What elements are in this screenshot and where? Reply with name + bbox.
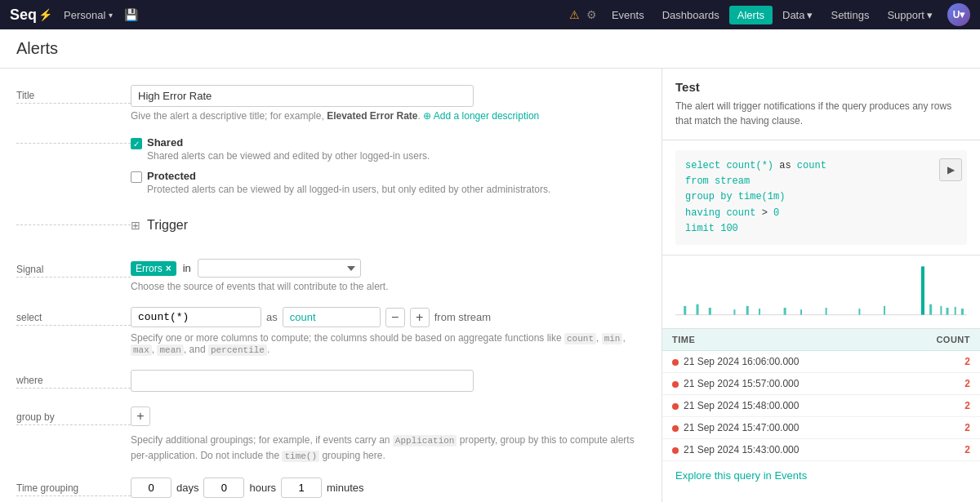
remove-column-button[interactable]: − xyxy=(385,308,405,327)
right-panel: Test The alert will trigger notification… xyxy=(662,69,980,502)
add-description-link[interactable]: ⊕ Add a longer description xyxy=(423,110,539,122)
nav-support[interactable]: Support ▾ xyxy=(879,6,941,24)
nav-dashboards[interactable]: Dashboards xyxy=(654,6,728,24)
svg-rect-11 xyxy=(884,306,885,315)
from-label: from stream xyxy=(434,311,491,323)
svg-rect-6 xyxy=(759,309,760,315)
trigger-spacer xyxy=(16,218,131,225)
page-title: Alerts xyxy=(16,39,964,58)
title-input[interactable] xyxy=(131,85,474,107)
test-description: The alert will trigger notifications if … xyxy=(675,99,967,128)
title-label: Title xyxy=(16,85,131,104)
signal-row: Signal Errors × in Choose the source of … xyxy=(16,259,645,292)
time-minutes-input[interactable] xyxy=(281,478,322,498)
nav-settings[interactable]: Settings xyxy=(822,6,877,24)
time-hours-input[interactable] xyxy=(203,478,244,498)
group-by-content: + Specify additional groupings; for exam… xyxy=(131,406,645,463)
title-hint: Give the alert a descriptive title; for … xyxy=(131,110,645,122)
svg-rect-4 xyxy=(733,309,735,314)
time-grouping-content: days hours minutes The interval that the… xyxy=(131,478,645,502)
hint-percentile: percentile xyxy=(208,344,267,356)
time-days-input[interactable] xyxy=(131,478,172,498)
status-dot xyxy=(672,403,679,410)
shared-checkbox[interactable] xyxy=(131,138,142,149)
cell-time: 21 Sep 2024 15:47:00.000 xyxy=(662,416,895,438)
trigger-header: ⊞ Trigger xyxy=(131,218,645,233)
hint-count: count xyxy=(564,333,596,344)
table-row: 21 Sep 2024 16:06:00.000 2 xyxy=(662,350,980,372)
run-query-button[interactable]: ▶ xyxy=(939,158,962,181)
avatar[interactable]: U ▾ xyxy=(947,3,970,26)
signal-in-label: in xyxy=(183,262,191,274)
title-hint-example: Elevated Error Rate xyxy=(327,110,417,122)
shared-desc: Shared alerts can be viewed and edited b… xyxy=(147,150,430,162)
nav-alerts[interactable]: Alerts xyxy=(729,6,773,24)
add-grouping-button[interactable]: + xyxy=(131,406,150,426)
signal-dropdown[interactable] xyxy=(198,259,361,278)
status-dot xyxy=(672,359,679,366)
status-dot xyxy=(672,381,679,388)
time-grouping-row: Time grouping days hours minutes The int… xyxy=(16,478,645,502)
results-table: TIME COUNT 21 Sep 2024 16:06:00.000 2 21… xyxy=(662,329,980,461)
signal-tag-remove[interactable]: × xyxy=(166,263,172,274)
svg-rect-12 xyxy=(921,266,924,314)
select-alias-input[interactable] xyxy=(283,307,381,327)
svg-rect-10 xyxy=(858,309,860,315)
add-column-button[interactable]: + xyxy=(410,308,430,327)
cell-time: 21 Sep 2024 15:43:00.000 xyxy=(662,438,895,460)
svg-rect-2 xyxy=(697,304,699,315)
select-hint: Specify one or more columns to compute; … xyxy=(131,332,645,355)
test-title: Test xyxy=(675,80,967,94)
hint-max: max xyxy=(131,344,152,356)
query-line-4: having count > 0 xyxy=(685,206,957,221)
table-row: 21 Sep 2024 15:57:00.000 2 xyxy=(662,372,980,394)
signal-label: Signal xyxy=(16,259,131,278)
top-nav: Seq⚡ Personal ▾ 💾 ⚠ ⚙ Events Dashboards … xyxy=(0,0,980,29)
app-logo: Seq⚡ xyxy=(10,7,52,24)
cog-icon[interactable]: ⚙ xyxy=(586,8,597,21)
hint-application: Application xyxy=(393,435,457,446)
signal-tag-label: Errors xyxy=(136,263,163,274)
workspace-selector[interactable]: Personal ▾ xyxy=(59,7,118,23)
signal-input-row: Errors × in xyxy=(131,259,645,278)
title-row: Title Give the alert a descriptive title… xyxy=(16,85,645,122)
trigger-content: ⊞ Trigger xyxy=(131,218,645,244)
title-content: Give the alert a descriptive title; for … xyxy=(131,85,645,122)
protected-checkbox[interactable] xyxy=(131,171,142,183)
svg-rect-3 xyxy=(709,308,711,315)
query-line-3: group by time(1m) xyxy=(685,189,957,205)
select-input-row: as − + from stream xyxy=(131,307,645,327)
app-flash-icon: ⚡ xyxy=(38,8,52,21)
signal-hint: Choose the source of events that will co… xyxy=(131,281,645,292)
hint-min: min xyxy=(602,333,623,344)
save-icon[interactable]: 💾 xyxy=(124,8,138,21)
warning-icon[interactable]: ⚠ xyxy=(569,8,580,21)
chart-area xyxy=(662,255,980,329)
svg-rect-8 xyxy=(800,309,802,314)
trigger-grid-icon: ⊞ xyxy=(131,219,140,232)
where-label: where xyxy=(16,370,131,389)
nav-events[interactable]: Events xyxy=(604,6,653,24)
table-row: 21 Sep 2024 15:43:00.000 2 xyxy=(662,438,980,460)
query-line-1: select count(*) as count xyxy=(685,158,957,174)
page-header: Alerts xyxy=(0,29,980,69)
test-section-header: Test The alert will trigger notification… xyxy=(662,69,980,140)
cell-time: 21 Sep 2024 16:06:00.000 xyxy=(662,350,895,372)
nav-data[interactable]: Data ▾ xyxy=(774,6,821,24)
result-chart xyxy=(675,262,967,319)
protected-desc: Protected alerts can be viewed by all lo… xyxy=(147,184,550,195)
svg-rect-1 xyxy=(684,306,686,315)
hours-label: hours xyxy=(249,482,276,494)
explore-events-link[interactable]: Explore this query in Events xyxy=(662,461,980,490)
where-input[interactable] xyxy=(131,370,474,392)
minutes-label: minutes xyxy=(327,482,364,494)
protected-labels: Protected Protected alerts can be viewed… xyxy=(147,170,550,195)
cell-count: 2 xyxy=(895,394,980,416)
select-expr-input[interactable] xyxy=(131,307,261,327)
svg-rect-9 xyxy=(826,308,827,315)
svg-rect-13 xyxy=(929,304,932,315)
svg-rect-15 xyxy=(947,308,949,315)
cell-time: 21 Sep 2024 15:57:00.000 xyxy=(662,372,895,394)
select-content: as − + from stream Specify one or more c… xyxy=(131,307,645,355)
shared-labels: Shared Shared alerts can be viewed and e… xyxy=(147,136,430,162)
